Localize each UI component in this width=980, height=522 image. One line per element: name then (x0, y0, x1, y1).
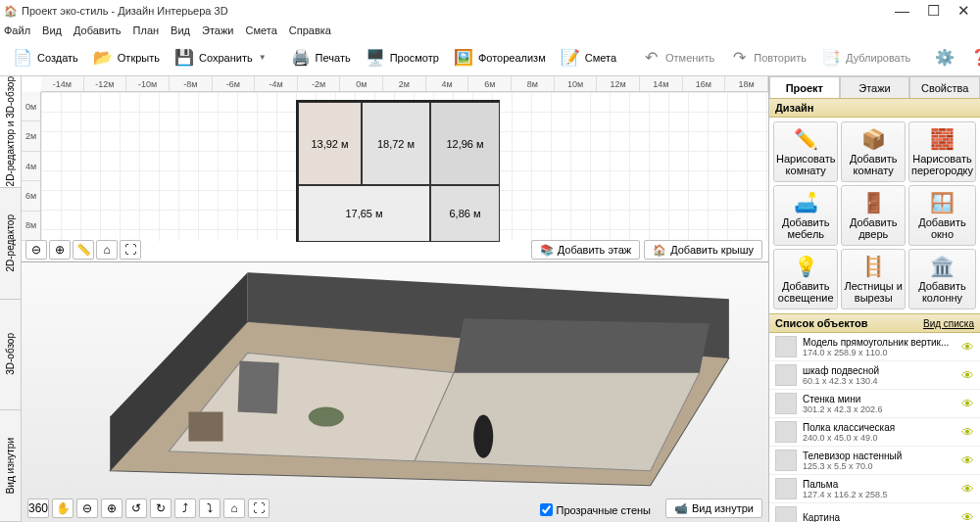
save-button[interactable]: 💾Сохранить▼ (168, 43, 272, 72)
help-button[interactable]: ❓ (963, 43, 980, 72)
menu-view2[interactable]: Вид (171, 24, 190, 36)
maximize-button[interactable]: ☐ (927, 4, 940, 18)
vtab-2d-3d[interactable]: 2D-редактор и 3D-обзор (0, 76, 21, 188)
object-dimensions: 125.3 x 5.5 x 70.0 (803, 461, 956, 471)
add-floor-button[interactable]: 📚Добавить этаж (531, 240, 640, 260)
design-icon: 🛋️ (794, 191, 818, 214)
tab-floors[interactable]: Этажи (840, 76, 910, 98)
floor-plan[interactable]: 13,92 м 18,72 м 12,96 м 17,65 м 6,86 м (296, 100, 500, 242)
ruler-button[interactable]: 📏 (73, 240, 94, 260)
visibility-icon[interactable]: 👁 (961, 510, 974, 523)
zoom-out-button[interactable]: ⊖ (25, 240, 47, 260)
menu-add[interactable]: Добавить (74, 24, 122, 36)
tab-properties[interactable]: Свойства (909, 76, 980, 98)
open-button[interactable]: 📂Открыть (86, 43, 166, 72)
redo-button[interactable]: ↷Повторить (722, 43, 812, 72)
list-view-mode-link[interactable]: Вид списка (923, 318, 974, 329)
view-inside-button[interactable]: 📹Вид изнутри (665, 498, 762, 518)
design-button-4[interactable]: 🚪Добавить дверь (841, 185, 906, 246)
photo-button[interactable]: 🖼️Фотореализм (447, 43, 552, 72)
zoom-in-button[interactable]: ⊕ (49, 240, 71, 260)
minimize-button[interactable]: — (895, 4, 909, 18)
object-item-6[interactable]: Картина👁 (769, 503, 980, 522)
visibility-icon[interactable]: 👁 (961, 425, 974, 440)
2d-editor-view[interactable]: -14м-12м-10м-8м-6м-4м-2м0м2м4м6м8м10м12м… (22, 76, 768, 262)
gear-icon: ⚙️ (934, 47, 956, 69)
design-button-1[interactable]: 📦Добавить комнату (841, 121, 906, 182)
design-button-3[interactable]: 🛋️Добавить мебель (773, 185, 838, 246)
menu-floors[interactable]: Этажи (202, 24, 233, 36)
object-name: Картина (803, 512, 956, 523)
object-thumbnail (775, 364, 797, 386)
home-3d-button[interactable]: ⌂ (223, 498, 245, 518)
preview-button[interactable]: 🖥️Просмотр (359, 43, 445, 72)
duplicate-button[interactable]: 📑Дублировать (814, 43, 916, 72)
design-label: Добавить комнату (844, 153, 903, 176)
vtab-2d[interactable]: 2D-редактор (0, 188, 21, 300)
room-4[interactable]: 17,65 м (298, 185, 430, 242)
design-icon: 🏛️ (930, 255, 955, 278)
object-item-1[interactable]: шкаф подвесной60.1 x 42.3 x 130.4👁 (769, 361, 980, 390)
visibility-icon[interactable]: 👁 (961, 453, 974, 468)
visibility-icon[interactable]: 👁 (961, 368, 974, 383)
object-list: Модель прямоугольник вертик...174.0 x 25… (769, 333, 980, 522)
design-button-8[interactable]: 🏛️Добавить колонну (908, 249, 976, 309)
object-item-4[interactable]: Телевизор настенный125.3 x 5.5 x 70.0👁 (769, 447, 980, 475)
left-vertical-tabs: 2D-редактор и 3D-обзор 2D-редактор 3D-об… (0, 76, 22, 522)
design-button-7[interactable]: 🪜Лестницы и вырезы (841, 249, 906, 309)
menu-bar: Файл Вид Добавить План Вид Этажи Смета С… (0, 22, 980, 39)
svg-marker-4 (415, 372, 700, 470)
undo-button[interactable]: ↶Отменить (634, 43, 720, 72)
design-button-6[interactable]: 💡Добавить освещение (773, 249, 838, 309)
transparent-walls-checkbox[interactable]: Прозрачные стены (540, 503, 651, 516)
menu-budget[interactable]: Смета (245, 24, 276, 36)
tilt-up-button[interactable]: ⤴ (174, 498, 196, 518)
object-dimensions: 301.2 x 42.3 x 202.6 (803, 404, 956, 414)
design-button-5[interactable]: 🪟Добавить окно (908, 185, 976, 246)
hand-button[interactable]: ✋ (52, 498, 74, 518)
room-2[interactable]: 18,72 м (362, 102, 430, 185)
vtab-inside[interactable]: Вид изнутри (0, 410, 21, 522)
create-button[interactable]: 📄Создать (6, 43, 84, 72)
visibility-icon[interactable]: 👁 (961, 397, 974, 411)
object-item-2[interactable]: Стенка мини301.2 x 42.3 x 202.6👁 (769, 390, 980, 418)
visibility-icon[interactable]: 👁 (961, 340, 974, 355)
design-button-0[interactable]: ✏️Нарисовать комнату (773, 121, 838, 182)
3d-tools: 360 ✋ ⊖ ⊕ ↺ ↻ ⤴ ⤵ ⌂ ⛶ (27, 498, 270, 518)
budget-button[interactable]: 📝Смета (554, 43, 622, 72)
tilt-down-button[interactable]: ⤵ (199, 498, 220, 518)
object-item-0[interactable]: Модель прямоугольник вертик...174.0 x 25… (769, 333, 980, 361)
2d-tools: ⊖ ⊕ 📏 ⌂ ⛶ (25, 240, 141, 260)
app-icon: 🏠 (4, 4, 18, 18)
menu-view[interactable]: Вид (42, 24, 62, 36)
rotate-left-button[interactable]: ↺ (125, 498, 147, 518)
tab-project[interactable]: Проект (769, 76, 840, 98)
3d-view[interactable]: 360 ✋ ⊖ ⊕ ↺ ↻ ⤴ ⤵ ⌂ ⛶ Прозрачные стены 📹… (22, 262, 768, 522)
close-button[interactable]: ✕ (957, 4, 970, 18)
object-thumbnail (775, 506, 797, 522)
pan360-button[interactable]: 360 (27, 498, 49, 518)
zoom-out-3d-button[interactable]: ⊖ (76, 498, 98, 518)
menu-file[interactable]: Файл (4, 24, 30, 36)
image-icon: 🖼️ (453, 47, 474, 69)
design-button-2[interactable]: 🧱Нарисовать перегородку (908, 121, 976, 182)
design-label: Нарисовать перегородку (911, 153, 973, 176)
room-3[interactable]: 12,96 м (430, 102, 500, 185)
home-button[interactable]: ⌂ (96, 240, 118, 260)
add-roof-button[interactable]: 🏠Добавить крышу (644, 240, 762, 260)
menu-plan[interactable]: План (133, 24, 160, 36)
room-5[interactable]: 6,86 м (430, 185, 500, 242)
print-button[interactable]: 🖨️Печать (284, 43, 357, 72)
rotate-right-button[interactable]: ↻ (150, 498, 172, 518)
design-label: Нарисовать комнату (776, 153, 835, 176)
menu-help[interactable]: Справка (289, 24, 331, 36)
zoom-in-3d-button[interactable]: ⊕ (101, 498, 122, 518)
settings-button[interactable]: ⚙️ (928, 43, 961, 72)
visibility-icon[interactable]: 👁 (961, 482, 974, 497)
room-1[interactable]: 13,92 м (298, 102, 362, 185)
fit-button[interactable]: ⛶ (120, 240, 141, 260)
vtab-3d[interactable]: 3D-обзор (0, 300, 21, 411)
object-item-5[interactable]: Пальма127.4 x 116.2 x 258.5👁 (769, 475, 980, 503)
fit-3d-button[interactable]: ⛶ (248, 498, 270, 518)
object-item-3[interactable]: Полка классическая240.0 x 45.0 x 49.0👁 (769, 418, 980, 447)
